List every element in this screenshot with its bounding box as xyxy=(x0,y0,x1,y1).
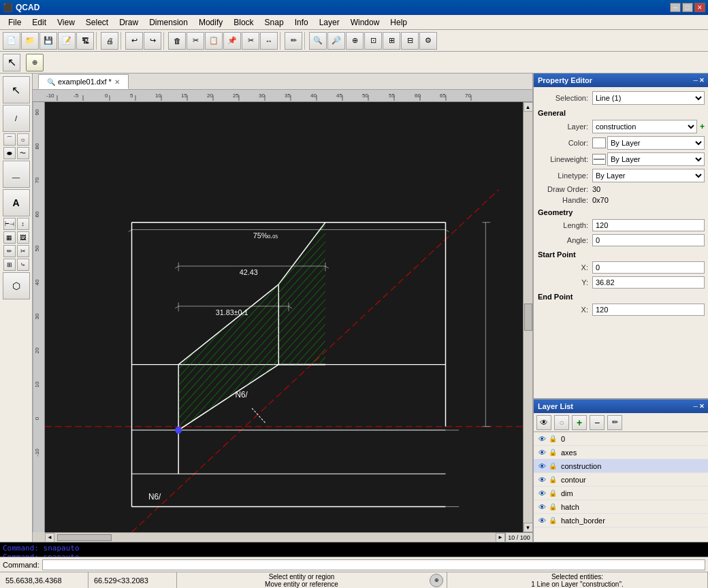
undo-button[interactable]: ↩ xyxy=(125,32,143,50)
ll-add-layer-button[interactable]: + xyxy=(572,415,587,430)
pe-length-input[interactable] xyxy=(592,219,705,231)
maximize-button[interactable]: □ xyxy=(682,3,693,12)
dim-tool[interactable]: ⊢⊣ xyxy=(3,218,16,230)
pencil-button[interactable]: ✏ xyxy=(285,32,302,50)
redo-button[interactable]: ↪ xyxy=(144,32,161,50)
polyline-tool[interactable]: ⤷ xyxy=(17,259,29,271)
menu-block[interactable]: Block xyxy=(228,16,259,29)
layer-eye-0[interactable]: 👁 xyxy=(536,434,547,444)
select-tool-button[interactable]: ↖ xyxy=(3,54,20,71)
scroll-down-button[interactable]: ▼ xyxy=(524,523,533,532)
ll-delete-layer-button[interactable]: − xyxy=(590,415,605,430)
zoom-fit-button[interactable]: ⊡ xyxy=(364,32,382,50)
hatch-tool[interactable]: ▦ xyxy=(3,231,16,244)
scroll-right-button[interactable]: ► xyxy=(496,533,505,542)
zoom-window-button[interactable]: ⊞ xyxy=(383,32,400,50)
layer-lock-axes[interactable]: 🔒 xyxy=(547,447,558,458)
close-button[interactable]: ✕ xyxy=(694,3,705,12)
layer-row-dim[interactable]: 👁 🔒 dim xyxy=(534,487,708,500)
layer-eye-construction[interactable]: 👁 xyxy=(536,461,547,472)
layer-eye-contour[interactable]: 👁 xyxy=(536,474,547,485)
pe-x-start-input[interactable] xyxy=(592,261,705,274)
file-tab[interactable]: 🔍 example01.dxf * ✕ xyxy=(38,74,129,89)
paste-button[interactable]: 📌 xyxy=(223,32,241,50)
layer-row-0[interactable]: 👁 🔒 0 xyxy=(534,432,708,446)
arrow-tool[interactable]: ↖ xyxy=(3,76,30,103)
menu-window[interactable]: Window xyxy=(345,16,385,29)
block-button[interactable]: 🏗 xyxy=(76,32,94,50)
zoom-button[interactable]: ⊕ xyxy=(346,32,364,50)
save-button[interactable]: 💾 xyxy=(39,32,57,50)
delete-button[interactable]: 🗑 xyxy=(168,32,186,50)
vertical-scrollbar[interactable]: ▲ ▼ xyxy=(523,102,532,532)
block-insert-tool[interactable]: ⊞ xyxy=(3,259,16,271)
pe-minimize-icon[interactable]: ─ xyxy=(694,77,698,84)
circle-tool[interactable]: ○ xyxy=(17,133,29,146)
scroll-up-button[interactable]: ▲ xyxy=(524,102,533,112)
line2-tool[interactable]: __ xyxy=(3,161,30,188)
ll-close-icon[interactable]: ✕ xyxy=(699,403,705,410)
ellipse-tool[interactable]: ⬬ xyxy=(3,147,16,159)
save-as-button[interactable]: 📝 xyxy=(58,32,76,50)
layer-eye-dim[interactable]: 👁 xyxy=(536,488,547,499)
menu-snap[interactable]: Snap xyxy=(259,16,289,29)
menu-edit[interactable]: Edit xyxy=(27,16,52,29)
ll-edit-layer-button[interactable]: ✏ xyxy=(607,415,622,430)
layer-lock-dim[interactable]: 🔒 xyxy=(547,488,558,499)
zoom-settings-button[interactable]: ⚙ xyxy=(419,32,437,50)
horizontal-scrollbar[interactable]: ◄ ► 10 / 100 xyxy=(45,532,532,542)
image-tool[interactable]: 🖼 xyxy=(17,231,29,244)
pe-y-start-input[interactable] xyxy=(592,276,705,289)
layer-eye-hatch-border[interactable]: 👁 xyxy=(536,515,547,526)
pe-close-icon[interactable]: ✕ xyxy=(699,77,705,84)
3d-view-tool[interactable]: ⬡ xyxy=(3,272,30,299)
ll-show-all-button[interactable]: 👁 xyxy=(536,415,551,430)
ll-minimize-icon[interactable]: ─ xyxy=(694,403,698,410)
zoom-in-button[interactable]: 🔍 xyxy=(309,32,327,50)
menu-select[interactable]: Select xyxy=(80,16,114,29)
menu-draw[interactable]: Draw xyxy=(114,16,144,29)
text-tool[interactable]: A xyxy=(3,189,30,216)
modify-tool[interactable]: ✏ xyxy=(3,245,16,257)
zoom-out-button[interactable]: 🔎 xyxy=(327,32,345,50)
menu-view[interactable]: View xyxy=(52,16,80,29)
menu-dimension[interactable]: Dimension xyxy=(144,16,193,29)
cut-button[interactable]: ✂ xyxy=(187,32,204,50)
menu-modify[interactable]: Modify xyxy=(193,16,228,29)
layer-row-construction[interactable]: 👁 🔒 construction xyxy=(534,459,708,473)
pe-linetype-select[interactable]: By Layer xyxy=(592,169,705,182)
pe-angle-input[interactable] xyxy=(592,234,705,246)
menu-layer[interactable]: Layer xyxy=(314,16,345,29)
move-button[interactable]: ↔ xyxy=(260,32,278,50)
layer-lock-contour[interactable]: 🔒 xyxy=(547,474,558,485)
zoom-prev-button[interactable]: ⊟ xyxy=(401,32,419,50)
copy-button[interactable]: 📋 xyxy=(205,32,223,50)
layer-lock-0[interactable]: 🔒 xyxy=(547,434,558,444)
layer-row-contour[interactable]: 👁 🔒 contour xyxy=(534,473,708,487)
pe-add-layer-button[interactable]: + xyxy=(700,122,705,131)
pe-selection-select[interactable]: Line (1) xyxy=(592,91,705,105)
layer-row-axes[interactable]: 👁 🔒 axes xyxy=(534,446,708,459)
trim-tool[interactable]: ✂ xyxy=(17,245,29,257)
snap-button-1[interactable]: ⊕ xyxy=(26,54,44,71)
minimize-button[interactable]: ─ xyxy=(670,3,681,12)
dim2-tool[interactable]: ↕ xyxy=(17,218,29,230)
layer-lock-hatch[interactable]: 🔒 xyxy=(547,502,558,512)
scroll-left-button[interactable]: ◄ xyxy=(45,533,54,542)
line-tool[interactable]: / xyxy=(3,105,30,132)
pe-x-end-input[interactable] xyxy=(592,304,705,316)
menu-info[interactable]: Info xyxy=(289,16,314,29)
layer-eye-axes[interactable]: 👁 xyxy=(536,447,547,458)
drawing-canvas[interactable]: 75%₀.₀₅ 42.43 xyxy=(45,102,532,532)
layer-lock-hatch-border[interactable]: 🔒 xyxy=(547,515,558,526)
pe-layer-select[interactable]: construction xyxy=(592,120,697,133)
pe-lineweight-select[interactable]: By Layer xyxy=(607,152,705,166)
ll-hide-all-button[interactable]: ○ xyxy=(554,415,569,430)
layer-row-hatch[interactable]: 👁 🔒 hatch xyxy=(534,500,708,514)
arc-tool[interactable]: ⌒ xyxy=(3,133,16,146)
new-button[interactable]: 📄 xyxy=(3,32,20,50)
tab-close-button[interactable]: ✕ xyxy=(114,78,120,86)
pe-color-select[interactable]: By Layer xyxy=(607,136,705,150)
layer-row-hatch-border[interactable]: 👁 🔒 hatch_border xyxy=(534,514,708,527)
menu-help[interactable]: Help xyxy=(385,16,413,29)
